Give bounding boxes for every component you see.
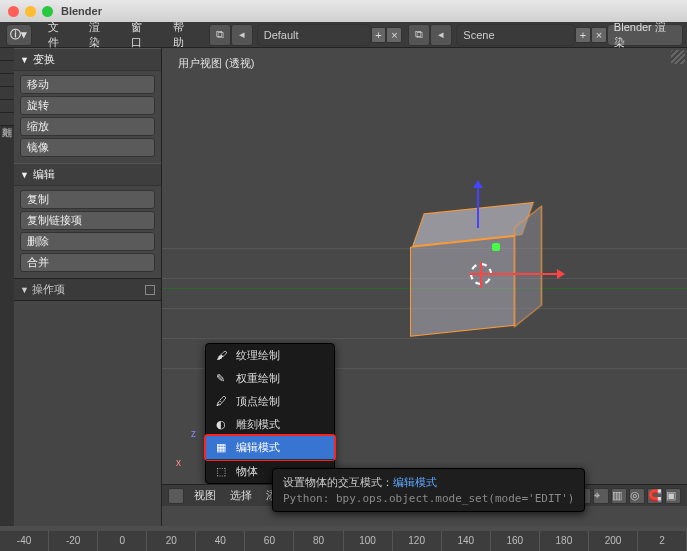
3d-cursor-icon[interactable]	[470, 263, 492, 285]
disclosure-icon: ▼	[20, 55, 29, 65]
region-splitter-icon[interactable]	[671, 50, 685, 64]
menu-select[interactable]: 选择	[226, 488, 256, 503]
vertex-paint-icon: 🖊	[216, 395, 230, 409]
proportional-icon[interactable]: ◎	[629, 488, 645, 504]
tick: 180	[540, 531, 589, 551]
tick: 0	[98, 531, 147, 551]
tick: -40	[0, 531, 49, 551]
snap-icon[interactable]: 🧲	[647, 488, 663, 504]
manipulator-y-axis[interactable]	[492, 243, 500, 251]
highlight-annotation: ▦编辑模式	[204, 434, 336, 461]
toolshelf-tabs: 工具 创建 关系 动画 物理 雕刻	[0, 48, 14, 526]
menu-render[interactable]: 渲染	[79, 22, 121, 47]
screen-delete-icon[interactable]: ×	[386, 27, 402, 43]
btn-duplicate[interactable]: 复制	[20, 190, 155, 209]
tick: 60	[245, 531, 294, 551]
viewport-label: 用户视图 (透视)	[178, 56, 254, 71]
menu-window[interactable]: 窗口	[121, 22, 163, 47]
pin-icon[interactable]	[145, 285, 155, 295]
layers-icon[interactable]: ▥	[611, 488, 627, 504]
mode-item-weight-paint[interactable]: ✎权重绘制	[206, 367, 334, 390]
tick: 80	[294, 531, 343, 551]
panel-transform-title: 变换	[33, 52, 55, 67]
toolshelf: ▼变换 移动 旋转 缩放 镜像 ▼编辑 复制 复制链接项 删除 合并 ▼ 操作项	[14, 48, 162, 526]
editor-type-icon[interactable]: ⓘ▾	[6, 24, 32, 46]
btn-join[interactable]: 合并	[20, 253, 155, 272]
app-title: Blender	[61, 5, 102, 17]
panel-transform-header[interactable]: ▼变换	[14, 48, 161, 71]
manipulator-z-axis[interactable]	[477, 183, 479, 228]
window-controls	[8, 6, 53, 17]
tick: 200	[589, 531, 638, 551]
menu-help[interactable]: 帮助	[163, 22, 205, 47]
btn-scale[interactable]: 缩放	[20, 117, 155, 136]
mode-item-edit[interactable]: ▦编辑模式	[206, 436, 334, 459]
axis-z-label: z	[191, 428, 196, 439]
tab-relations[interactable]: 关系	[0, 74, 14, 87]
disclosure-icon: ▼	[20, 285, 29, 295]
screen-add-icon[interactable]: +	[371, 27, 387, 43]
menu-view[interactable]: 视图	[190, 488, 220, 503]
tooltip-text: 设置物体的交互模式：	[283, 476, 393, 488]
btn-duplicate-linked[interactable]: 复制链接项	[20, 211, 155, 230]
timeline-ruler[interactable]: -40 -20 0 20 40 60 80 100 120 140 160 18…	[0, 531, 687, 551]
scene-delete-icon[interactable]: ×	[591, 27, 607, 43]
screen-prev-icon[interactable]: ◂	[231, 24, 253, 46]
panel-operator-header[interactable]: ▼ 操作项	[14, 278, 161, 301]
tab-tools[interactable]: 工具	[0, 48, 14, 61]
object-mode-icon: ⬚	[216, 465, 230, 479]
panel-operator-title: 操作项	[32, 283, 65, 295]
axis-x-label: x	[176, 457, 181, 468]
tab-animation[interactable]: 动画	[0, 87, 14, 100]
tick: 20	[147, 531, 196, 551]
disclosure-icon: ▼	[20, 170, 29, 180]
render-engine-dropdown[interactable]: Blender 渲染	[607, 24, 683, 46]
info-header: ⓘ▾ 文件 渲染 窗口 帮助 ⧉ ◂ Default + × ⧉ ◂ Scene…	[0, 22, 687, 48]
btn-delete[interactable]: 删除	[20, 232, 155, 251]
tab-greasepencil[interactable]: 雕刻	[0, 113, 14, 126]
tick: 140	[442, 531, 491, 551]
tick: 160	[491, 531, 540, 551]
tooltip-python: Python: bpy.ops.object.mode_set(mode='ED…	[283, 492, 574, 505]
btn-translate[interactable]: 移动	[20, 75, 155, 94]
scene-prev-icon[interactable]: ◂	[430, 24, 452, 46]
tick: 120	[393, 531, 442, 551]
edit-mode-icon: ▦	[216, 441, 230, 455]
scene-field[interactable]: Scene	[456, 24, 575, 46]
tab-physics[interactable]: 物理	[0, 100, 14, 113]
scene-prevnext: ⧉ ◂	[408, 24, 452, 46]
texture-paint-icon: 🖌	[216, 349, 230, 363]
tick: -20	[49, 531, 98, 551]
minimize-dot[interactable]	[25, 6, 36, 17]
screen-browse-icon[interactable]: ⧉	[209, 24, 231, 46]
layout-prevnext: ⧉ ◂	[209, 24, 253, 46]
screen-layout-field[interactable]: Default	[257, 24, 371, 46]
sculpt-icon: ◐	[216, 418, 230, 432]
tick: 40	[196, 531, 245, 551]
mode-select-popup: 🖌纹理绘制 ✎权重绘制 🖊顶点绘制 ◐雕刻模式 ▦编辑模式 ⬚物体	[205, 343, 335, 484]
weight-paint-icon: ✎	[216, 372, 230, 386]
tick: 100	[344, 531, 393, 551]
scene-add-icon[interactable]: +	[575, 27, 591, 43]
mode-item-vertex-paint[interactable]: 🖊顶点绘制	[206, 390, 334, 413]
panel-edit-header[interactable]: ▼编辑	[14, 163, 161, 186]
maximize-dot[interactable]	[42, 6, 53, 17]
orientation-icon[interactable]: ⌖	[593, 488, 609, 504]
btn-mirror[interactable]: 镜像	[20, 138, 155, 157]
panel-edit-title: 编辑	[33, 167, 55, 182]
scene-browse-icon[interactable]: ⧉	[408, 24, 430, 46]
menu-file[interactable]: 文件	[38, 22, 80, 47]
tick: 2	[638, 531, 687, 551]
close-dot[interactable]	[8, 6, 19, 17]
tooltip-mode: 编辑模式	[393, 476, 437, 488]
3d-viewport[interactable]: 用户视图 (透视) z y x 🖌纹理绘制 ✎权重绘制 🖊顶点绘制 ◐雕刻模式 …	[162, 48, 687, 526]
tooltip: 设置物体的交互模式：编辑模式 Python: bpy.ops.object.mo…	[272, 468, 585, 512]
mode-item-texture-paint[interactable]: 🖌纹理绘制	[206, 344, 334, 367]
mode-item-sculpt[interactable]: ◐雕刻模式	[206, 413, 334, 436]
btn-rotate[interactable]: 旋转	[20, 96, 155, 115]
render-preview-icon[interactable]: ▣	[665, 488, 681, 504]
editor-type-3dview-icon[interactable]	[168, 488, 184, 504]
tab-create[interactable]: 创建	[0, 61, 14, 74]
